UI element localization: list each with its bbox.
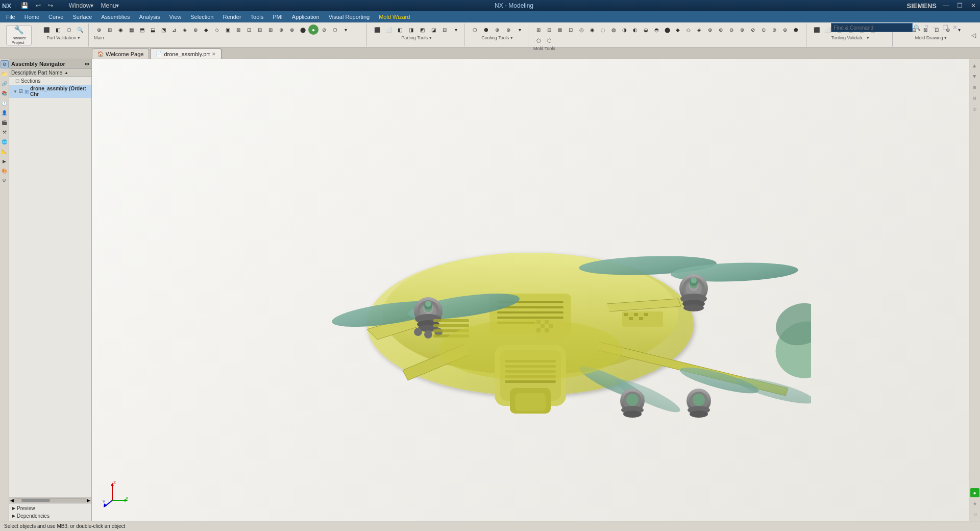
pv-icon-4[interactable]: 🔍 bbox=[75, 25, 85, 35]
main-icon-15[interactable]: ⊡ bbox=[244, 25, 254, 35]
nav-scrollbar[interactable]: ◀ ▶ bbox=[9, 497, 91, 503]
pt-icon-7[interactable]: ⊟ bbox=[439, 25, 450, 35]
restore-button[interactable]: ❐ bbox=[955, 2, 965, 9]
scroll-track[interactable] bbox=[14, 498, 87, 502]
pv-icon-3[interactable]: ⬡ bbox=[64, 25, 74, 35]
ct-icon-2[interactable]: ⬢ bbox=[481, 25, 491, 35]
mt-icon-4[interactable]: ⊡ bbox=[566, 25, 576, 35]
main-icon-7[interactable]: ⬔ bbox=[158, 25, 168, 35]
main-icon-13[interactable]: ▣ bbox=[223, 25, 233, 35]
mt-icon-8[interactable]: ◍ bbox=[608, 25, 619, 35]
pt-icon-6[interactable]: ◪ bbox=[428, 25, 438, 35]
tab-welcome-page[interactable]: 🏠 Welcome Page bbox=[92, 49, 149, 59]
system-scenes-icon[interactable]: 🎬 bbox=[1, 118, 9, 127]
main-dropdown[interactable]: ▾ bbox=[340, 25, 351, 35]
dependencies-section[interactable]: ▶ Dependencies bbox=[10, 512, 90, 520]
menu-btn[interactable]: Menu▾ bbox=[99, 2, 121, 9]
main-icon-21[interactable]: ● bbox=[308, 25, 318, 35]
main-icon-16[interactable]: ⊟ bbox=[255, 25, 265, 35]
mt-icon-21[interactable]: ⊘ bbox=[748, 25, 758, 35]
menu-analysis[interactable]: Analysis bbox=[135, 13, 164, 21]
scroll-right-btn[interactable]: ▶ bbox=[87, 498, 90, 503]
menu-render[interactable]: Render bbox=[218, 13, 245, 21]
preview-section[interactable]: ▶ Preview bbox=[10, 504, 90, 512]
main-icon-9[interactable]: ◈ bbox=[180, 25, 190, 35]
drone-tab-close[interactable]: ✕ bbox=[212, 52, 216, 57]
tv-icon-1[interactable]: ⬛ bbox=[812, 25, 822, 35]
pv-icon-1[interactable]: ⬛ bbox=[41, 25, 52, 35]
mt-icon-14[interactable]: ◆ bbox=[673, 25, 683, 35]
main-icon-4[interactable]: ▦ bbox=[126, 25, 136, 35]
mt-icon-24[interactable]: ⊜ bbox=[780, 25, 790, 35]
minimize-button[interactable]: — bbox=[941, 2, 951, 9]
menu-mold-wizard[interactable]: Mold Wizard bbox=[375, 13, 414, 21]
right-icon-7[interactable]: ◁ bbox=[970, 510, 979, 519]
mt-icon-7[interactable]: ◌ bbox=[598, 25, 608, 35]
mt-icon-11[interactable]: ◒ bbox=[641, 25, 651, 35]
hd-3d-icon[interactable]: 📐 bbox=[1, 148, 9, 156]
quick-save[interactable]: 💾 bbox=[19, 2, 31, 9]
find-command-input[interactable] bbox=[831, 23, 913, 32]
3d-viewport[interactable]: Z X Y bbox=[92, 59, 969, 521]
menu-view[interactable]: View bbox=[165, 13, 186, 21]
window-menu[interactable]: Window▾ bbox=[67, 2, 96, 9]
mt-icon-20[interactable]: ⊗ bbox=[737, 25, 747, 35]
mt-icon-5[interactable]: ◎ bbox=[576, 25, 586, 35]
menu-pmi[interactable]: PMI bbox=[268, 13, 287, 21]
main-icon-2[interactable]: ⊞ bbox=[105, 25, 115, 35]
mt-icon-9[interactable]: ◑ bbox=[619, 25, 629, 35]
menu-home[interactable]: Home bbox=[20, 13, 43, 21]
menu-curve[interactable]: Curve bbox=[44, 13, 67, 21]
main-icon-19[interactable]: ⊗ bbox=[287, 25, 297, 35]
titlebar-max2[interactable]: ❐ bbox=[941, 24, 950, 31]
mt-icon-19[interactable]: ⊖ bbox=[726, 25, 737, 35]
main-icon-3[interactable]: ◉ bbox=[115, 25, 126, 35]
pt-icon-5[interactable]: ◩ bbox=[417, 25, 427, 35]
main-icon-14[interactable]: ⊠ bbox=[233, 25, 243, 35]
right-icon-4[interactable]: ⊟ bbox=[970, 93, 979, 103]
palette-icon[interactable]: 🎨 bbox=[1, 167, 9, 175]
menu-visual-reporting[interactable]: Visual Reporting bbox=[325, 13, 374, 21]
titlebar-min2[interactable]: — bbox=[930, 24, 941, 31]
tab-drone-assembly[interactable]: 📄 drone_assmbly.prt ✕ bbox=[150, 49, 222, 59]
scroll-left-btn[interactable]: ◀ bbox=[10, 498, 14, 503]
quick-redo[interactable]: ↪ bbox=[46, 2, 55, 9]
menu-surface[interactable]: Surface bbox=[68, 13, 96, 21]
mt-icon-27[interactable]: ⬡ bbox=[544, 35, 554, 45]
main-icon-5[interactable]: ⬒ bbox=[137, 25, 147, 35]
main-icon-17[interactable]: ⊞ bbox=[265, 25, 276, 35]
ct-icon-3[interactable]: ⊕ bbox=[492, 25, 502, 35]
titlebar-close2[interactable]: ✕ bbox=[950, 24, 960, 31]
toolbar-expand[interactable]: ◁ bbox=[969, 23, 978, 46]
main-icon-12[interactable]: ◇ bbox=[212, 25, 222, 35]
mt-icon-13[interactable]: ⬤ bbox=[662, 25, 672, 35]
titlebar-help-icon[interactable]: ? bbox=[923, 24, 930, 31]
mt-icon-2[interactable]: ⊟ bbox=[544, 25, 554, 35]
constraint-navigator-icon[interactable]: 🔗 bbox=[1, 80, 9, 88]
mt-icon-22[interactable]: ⊙ bbox=[758, 25, 769, 35]
nav-drone-assembly-item[interactable]: ▼ ☑ ⊞ drone_assmbly (Order: Chr bbox=[9, 85, 91, 98]
ct-icon-4[interactable]: ⊗ bbox=[503, 25, 513, 35]
main-icon-8[interactable]: ⊿ bbox=[169, 25, 179, 35]
menu-application[interactable]: Application bbox=[288, 13, 324, 21]
nav-collapse-icon[interactable]: ▭ bbox=[85, 61, 89, 66]
main-icon-10[interactable]: ⊛ bbox=[190, 25, 201, 35]
right-icon-2[interactable]: ▶ bbox=[970, 72, 979, 81]
mt-icon-17[interactable]: ⊛ bbox=[705, 25, 715, 35]
menu-assemblies[interactable]: Assemblies bbox=[97, 13, 134, 21]
history-icon[interactable]: 🕐 bbox=[1, 99, 9, 107]
web-browser-icon[interactable]: 🌐 bbox=[1, 138, 9, 146]
main-icon-11[interactable]: ◆ bbox=[201, 25, 211, 35]
pt-dropdown[interactable]: ▾ bbox=[451, 25, 461, 35]
mt-icon-1[interactable]: ⊞ bbox=[533, 25, 544, 35]
tree-checkbox[interactable]: ☑ bbox=[19, 89, 23, 94]
motion-icon[interactable]: ▶ bbox=[1, 157, 9, 165]
mt-icon-3[interactable]: ⊠ bbox=[555, 25, 565, 35]
mt-icon-23[interactable]: ⊚ bbox=[769, 25, 779, 35]
main-icon-1[interactable]: ⊕ bbox=[94, 25, 104, 35]
mt-icon-10[interactable]: ◐ bbox=[630, 25, 640, 35]
initialize-project-button[interactable]: 🔧 InitializeProject bbox=[6, 25, 32, 45]
main-icon-20[interactable]: ⬤ bbox=[298, 25, 308, 35]
mt-icon-16[interactable]: ◈ bbox=[694, 25, 704, 35]
close-button[interactable]: ✕ bbox=[969, 2, 978, 9]
